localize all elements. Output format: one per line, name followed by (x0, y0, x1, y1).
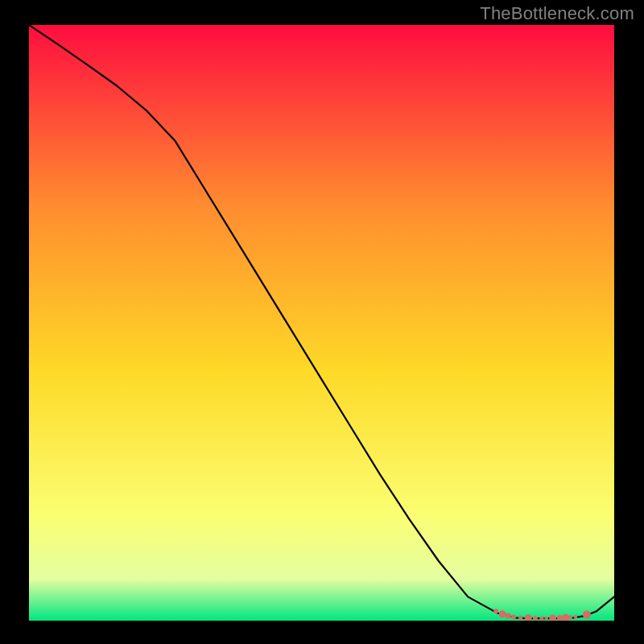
watermark-text: TheBottleneck.com (480, 3, 634, 24)
marker-dot (539, 616, 543, 620)
gradient-background (29, 25, 614, 621)
marker-dot (583, 611, 591, 619)
marker-dot (499, 610, 506, 617)
marker-dot (533, 616, 538, 621)
marker-dot (574, 615, 578, 619)
plot-area (29, 25, 614, 621)
marker-dot (518, 616, 522, 620)
marker-dot (493, 609, 498, 613)
chart-svg (29, 25, 614, 621)
marker-dot (568, 615, 572, 619)
marker-dot (511, 615, 516, 620)
marker-dot (557, 615, 563, 621)
chart-container: TheBottleneck.com (0, 0, 644, 644)
marker-dot (544, 617, 548, 621)
marker-dot (506, 613, 511, 619)
